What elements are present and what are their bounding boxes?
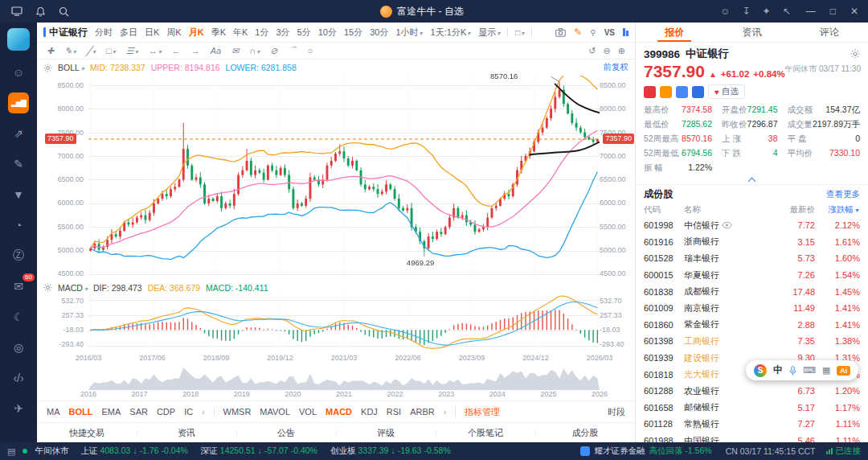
period-tab[interactable]: 月K: [189, 27, 204, 39]
search-icon[interactable]: [59, 6, 69, 17]
volume-navigator-canvas[interactable]: [88, 365, 600, 390]
sub-indicator-tab[interactable]: VOL: [299, 407, 317, 417]
adjust-mode-link[interactable]: 前复权: [604, 62, 629, 73]
sidebar-profile-icon[interactable]: ☺: [0, 57, 37, 88]
period-dropdown[interactable]: 1小时: [395, 27, 422, 39]
index-quote[interactable]: 深证 14250.51 ↓ -57.07 -0.40%: [201, 446, 317, 457]
zoom-in-icon[interactable]: ⊕: [618, 46, 625, 56]
macd-chart-canvas[interactable]: [88, 294, 600, 352]
view-more-link[interactable]: 查看更多: [826, 189, 860, 200]
period-tab[interactable]: 10分: [318, 27, 337, 39]
broker-promo[interactable]: 耀才证券金融 高位回落 -1.56%: [580, 446, 711, 457]
boll-indicator-name[interactable]: BOLL: [58, 63, 84, 72]
period-dropdown[interactable]: 1天:1分K: [431, 27, 471, 39]
index-quote[interactable]: 创业板 3337.39 ↓ -19.63 -0.58%: [330, 446, 451, 457]
function-tab[interactable]: 评级: [336, 427, 436, 439]
sidebar-trends-icon[interactable]: ⇗: [0, 118, 37, 149]
close-button[interactable]: ✕: [850, 6, 858, 17]
note-tool-icon[interactable]: ✉: [231, 45, 239, 57]
function-tab[interactable]: 快捷交易: [37, 427, 137, 439]
period-tab[interactable]: 日K: [145, 27, 159, 39]
sub-indicator-tab[interactable]: RSI: [387, 407, 401, 417]
main-indicator-tab[interactable]: CDP: [157, 407, 175, 417]
more-indicators-chevron[interactable]: ›: [444, 408, 446, 417]
text-tool-icon[interactable]: Aa: [211, 45, 221, 57]
period-tab[interactable]: 30分: [370, 27, 388, 39]
macd-indicator-name[interactable]: MACD: [58, 283, 88, 293]
pencil-tool-icon[interactable]: ✎: [64, 45, 76, 57]
level-badge[interactable]: [644, 86, 656, 98]
circle-tool-icon[interactable]: ○: [308, 45, 313, 57]
sub-indicator-tab[interactable]: WMSR: [223, 407, 252, 417]
magnet-tool-icon[interactable]: ∩: [249, 45, 260, 57]
trendline-tool-icon[interactable]: ╱: [86, 45, 96, 57]
constituent-row[interactable]: 601288 农业银行 6.73 1.20%: [636, 383, 868, 400]
move-tool-icon[interactable]: ✚: [47, 45, 54, 57]
main-indicator-tab[interactable]: EMA: [101, 407, 121, 417]
session-range-link[interactable]: 时段: [608, 406, 625, 418]
panel-tab[interactable]: 评论: [791, 23, 868, 42]
rewards-icon[interactable]: ✦: [763, 6, 771, 17]
sub-indicator-tab[interactable]: KDJ: [361, 407, 378, 417]
period-tab[interactable]: 分时: [95, 27, 113, 39]
panel-settings-gear-icon[interactable]: [850, 49, 860, 59]
indicator-settings-gear-icon[interactable]: [43, 283, 52, 292]
constituent-row[interactable]: 601128 常熟银行 7.27 1.11%: [636, 416, 868, 433]
period-tab[interactable]: 5分: [297, 27, 311, 39]
shape-tool-icon[interactable]: □: [106, 45, 116, 57]
arc-tool-icon[interactable]: ⌒: [289, 45, 297, 57]
index-badge[interactable]: [692, 86, 704, 98]
col-change-sort[interactable]: 涨跌幅: [815, 204, 860, 216]
minimize-button[interactable]: —: [806, 6, 816, 17]
constituent-row[interactable]: 601398 工商银行 7.35 1.38%: [636, 333, 868, 350]
period-tab[interactable]: 1分: [255, 27, 268, 39]
panel-tab[interactable]: 资讯: [713, 23, 790, 42]
constituent-row[interactable]: 601528 瑞丰银行 5.73 1.60%: [636, 250, 868, 267]
pattern-tool-icon[interactable]: ☰: [126, 45, 138, 57]
workspace-icon[interactable]: [11, 6, 23, 16]
main-indicator-tab[interactable]: SAR: [129, 407, 148, 417]
period-tab[interactable]: 多日: [120, 27, 137, 39]
sidebar-messages-icon[interactable]: ✉ 60: [0, 271, 37, 302]
watchlist-button[interactable]: 自选: [708, 84, 745, 99]
panel-tab[interactable]: 报价: [636, 23, 713, 42]
period-dropdown[interactable]: 显示: [478, 27, 500, 39]
ime-mic-icon[interactable]: [789, 366, 796, 376]
reset-zoom-icon[interactable]: ↺: [588, 46, 596, 56]
sidebar-screener-icon[interactable]: ▼: [0, 179, 37, 210]
arrow-right-tool-icon[interactable]: →: [191, 45, 200, 57]
screenshot-camera-icon[interactable]: [555, 28, 566, 37]
sub-indicator-tab[interactable]: MACD: [326, 407, 352, 417]
ime-toolbox-icon[interactable]: ▦: [822, 365, 830, 376]
sogou-logo-icon[interactable]: S: [754, 364, 767, 377]
indicator-settings-gear-icon[interactable]: [43, 64, 52, 72]
function-tab[interactable]: 成分股: [535, 427, 635, 439]
sidebar-discover-icon[interactable]: ◎: [0, 332, 37, 363]
constituent-row[interactable]: 601998 中信银行 7.72 2.12%: [636, 217, 868, 234]
sidebar-night-mode-icon[interactable]: ☾: [0, 302, 37, 332]
constituent-row[interactable]: 601838 成都银行 17.48 1.45%: [636, 283, 868, 300]
maximize-button[interactable]: □: [830, 6, 836, 17]
sidebar-notes-icon[interactable]: ✎: [0, 149, 37, 179]
more-indicators-chevron[interactable]: ›: [202, 408, 204, 417]
sidebar-analysis-icon[interactable]: ◔: [0, 210, 37, 240]
sub-indicator-tab[interactable]: MAVOL: [260, 407, 290, 417]
sidebar-developer-icon[interactable]: ‹/›: [0, 363, 37, 393]
sidebar-z-icon[interactable]: Ⓩ: [0, 240, 37, 271]
main-indicator-tab[interactable]: BOLL: [69, 407, 93, 417]
index-quote[interactable]: 上证 4083.03 ↓ -1.76 -0.04%: [80, 446, 187, 457]
function-tab[interactable]: 个股笔记: [436, 427, 535, 439]
constituent-row[interactable]: 601988 中国银行 5.46 1.11%: [636, 433, 868, 442]
kline-panel-icon[interactable]: [623, 28, 628, 36]
constituent-row[interactable]: 601009 南京银行 11.49 1.41%: [636, 300, 868, 317]
ime-keyboard-icon[interactable]: ⌨: [803, 365, 816, 376]
draw-mode-icon[interactable]: ✎: [574, 27, 582, 38]
notification-bell-icon[interactable]: [35, 6, 46, 17]
ime-language-toggle[interactable]: 中: [773, 363, 783, 377]
main-indicator-tab[interactable]: IC: [184, 407, 193, 417]
fund-badge[interactable]: [676, 86, 688, 98]
collapse-quote-button[interactable]: [636, 175, 868, 184]
price-chart-canvas[interactable]: [88, 76, 600, 281]
period-tab[interactable]: 3分: [276, 27, 289, 39]
function-tab[interactable]: 资讯: [137, 427, 236, 439]
